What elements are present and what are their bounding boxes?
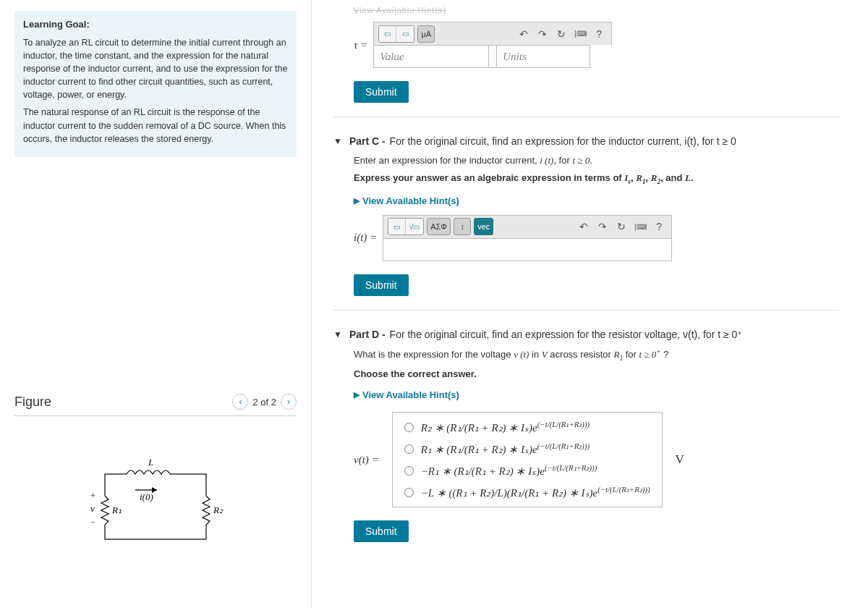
- mc-option-3[interactable]: −R₁ ∗ (R₁/(R₁ + R₂) ∗ Iₛ)e(−t/(L/(R₁+R₂)…: [404, 463, 650, 478]
- vt-unit: V: [676, 452, 684, 467]
- partb-submit-button[interactable]: Submit: [354, 81, 409, 103]
- mc-option-4[interactable]: −L ∗ ((R₁ + R₂)/L)(R₁/(R₁ + R₂) ∗ Iₛ)e(−…: [404, 485, 650, 499]
- partd-choose: Choose the correct answer.: [354, 368, 839, 381]
- partd-submit-button[interactable]: Submit: [354, 520, 409, 542]
- units-mu-button[interactable]: μA: [417, 25, 435, 43]
- help-button[interactable]: ?: [651, 219, 667, 235]
- template-button[interactable]: ▭▭: [378, 25, 414, 43]
- svg-text:−: −: [90, 517, 95, 527]
- part-c-header[interactable]: ▼ Part C - For the original circuit, fin…: [333, 131, 839, 154]
- frac-button[interactable]: ↕: [454, 218, 471, 235]
- tau-value-input[interactable]: [373, 45, 489, 68]
- mc-options-box: R₂ ∗ (R₁/(R₁ + R₂) ∗ Iₛ)e(−t/(L/(R₁+R₂))…: [392, 412, 663, 507]
- undo-button[interactable]: ↶: [576, 219, 592, 235]
- caret-down-icon: ▼: [333, 136, 342, 146]
- partc-instruction-2: Express your answer as an algebraic expr…: [354, 172, 839, 187]
- reset-button[interactable]: ↻: [553, 26, 569, 42]
- svg-text:R₁: R₁: [111, 504, 122, 515]
- learning-goal-p1: To analyze an RL circuit to determine th…: [23, 36, 288, 102]
- mc-radio-2[interactable]: [404, 444, 414, 454]
- redo-button[interactable]: ↷: [595, 219, 610, 235]
- it-label: i(t) =: [354, 232, 377, 244]
- partc-submit-button[interactable]: Submit: [354, 274, 409, 296]
- figure-prev-button[interactable]: ‹: [232, 394, 248, 410]
- keyboard-button[interactable]: |⌨: [572, 26, 588, 42]
- part-d-header[interactable]: ▼ Part D - For the original circuit, fin…: [333, 324, 839, 347]
- caret-right-icon: ▶: [354, 196, 359, 206]
- mc-radio-4[interactable]: [404, 488, 414, 497]
- partd-hints-link[interactable]: ▶ View Available Hint(s): [354, 389, 459, 400]
- mc-option-2[interactable]: R₁ ∗ (R₁/(R₁ + R₂) ∗ Iₛ)e(−t/(L/(R₁+R₂))…: [404, 442, 650, 456]
- part-b-fragment: View Available Hint(s) τ = ▭▭ μA ↶ ↷ ↻ |…: [333, 6, 839, 103]
- sqrt-button[interactable]: ▭√▭: [388, 218, 424, 235]
- vec-button[interactable]: vec: [474, 218, 493, 235]
- svg-text:L: L: [148, 460, 153, 468]
- help-button[interactable]: ?: [591, 26, 607, 42]
- figure-title: Figure: [14, 394, 51, 410]
- mc-option-1[interactable]: R₂ ∗ (R₁/(R₁ + R₂) ∗ Iₛ)e(−t/(L/(R₁+R₂))…: [404, 420, 650, 434]
- svg-text:+: +: [90, 491, 95, 501]
- learning-goal-title: Learning Goal:: [23, 18, 288, 32]
- learning-goal-box: Learning Goal: To analyze an RL circuit …: [14, 11, 297, 157]
- caret-down-icon: ▼: [333, 329, 342, 339]
- sigma-button[interactable]: ΑΣΦ: [427, 218, 451, 235]
- partc-hints-link[interactable]: ▶ View Available Hint(s): [354, 195, 459, 206]
- undo-button[interactable]: ↶: [516, 26, 532, 42]
- svg-text:v: v: [90, 503, 95, 514]
- caret-right-icon: ▶: [354, 390, 359, 400]
- svg-text:R₂: R₂: [213, 504, 224, 515]
- part-c: ▼ Part C - For the original circuit, fin…: [333, 131, 839, 296]
- partb-toolbar: ▭▭ μA ↶ ↷ ↻ |⌨ ?: [373, 22, 612, 45]
- mc-radio-1[interactable]: [404, 423, 414, 432]
- it-expression-input[interactable]: [383, 238, 672, 261]
- figure-next-button[interactable]: ›: [281, 394, 297, 410]
- redo-button[interactable]: ↷: [535, 26, 550, 42]
- tau-label: τ =: [354, 39, 367, 51]
- figure-section: Figure ‹ 2 of 2 › L i(0) R₁: [14, 379, 297, 597]
- figure-pager: ‹ 2 of 2 ›: [232, 394, 297, 410]
- partc-toolbar: ▭√▭ ΑΣΦ ↕ vec ↶ ↷ ↻ |⌨ ?: [383, 215, 672, 238]
- truncated-hint-text: View Available Hint(s): [354, 6, 839, 14]
- tau-units-input[interactable]: [496, 45, 590, 68]
- partd-question: What is the expression for the voltage v…: [354, 347, 839, 363]
- reset-button[interactable]: ↻: [613, 219, 629, 235]
- mc-radio-3[interactable]: [404, 466, 414, 476]
- vt-label: v(t) =: [354, 454, 379, 466]
- figure-pager-text: 2 of 2: [252, 397, 276, 408]
- part-d: ▼ Part D - For the original circuit, fin…: [333, 324, 839, 542]
- svg-text:i(0): i(0): [140, 491, 153, 502]
- keyboard-button[interactable]: |⌨: [632, 219, 648, 235]
- partc-instruction-1: Enter an expression for the inductor cur…: [354, 154, 839, 167]
- circuit-diagram: L i(0) R₁ R₂ + v −: [83, 460, 228, 554]
- learning-goal-p2: The natural response of an RL circuit is…: [23, 106, 288, 145]
